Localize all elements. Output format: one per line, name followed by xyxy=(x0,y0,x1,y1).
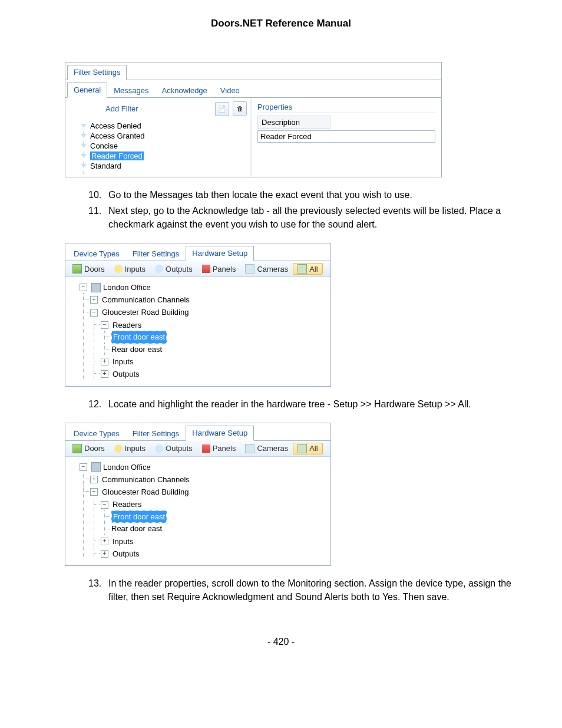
filter-item[interactable]: Concise xyxy=(80,141,247,151)
tree-node[interactable]: −Readers xyxy=(101,319,141,331)
ico-output-icon xyxy=(155,265,163,273)
hardware-panel-1: Device TypesFilter SettingsHardware Setu… xyxy=(65,243,331,387)
toolbar-outputs[interactable]: Outputs xyxy=(150,263,197,275)
filter-list: Access DeniedAccess GrantedConciseReader… xyxy=(80,121,247,171)
step-list-c: 13.In the reader properties, scroll down… xyxy=(35,577,527,604)
tree-node[interactable]: −Gloucester Road Building xyxy=(90,486,189,498)
toolbar-cameras[interactable]: Cameras xyxy=(240,263,293,275)
toolbar-doors[interactable]: Doors xyxy=(68,263,110,275)
ico-cam-icon xyxy=(245,444,254,453)
toolbar-cameras[interactable]: Cameras xyxy=(240,443,293,454)
tree-node[interactable]: −Readers xyxy=(101,499,141,510)
tab-filter-settings[interactable]: Filter Settings xyxy=(67,65,127,80)
funnel-icon xyxy=(81,124,87,128)
tree-node[interactable]: +Inputs xyxy=(101,356,133,368)
expand-icon[interactable]: + xyxy=(90,476,98,483)
tree-node[interactable]: Rear door east xyxy=(111,344,162,355)
ico-panel-icon xyxy=(202,444,210,453)
expand-icon[interactable]: + xyxy=(101,370,108,378)
delete-filter-button[interactable]: 🗑 xyxy=(233,101,247,116)
tree-root[interactable]: −London Office xyxy=(80,282,151,294)
tab-messages[interactable]: Messages xyxy=(107,83,155,98)
tree-node[interactable]: Front door east xyxy=(111,331,167,344)
tab-hardware-setup[interactable]: Hardware Setup xyxy=(186,246,254,261)
inner-tabstrip: GeneralMessagesAcknowledgeVideo xyxy=(65,80,441,98)
ico-input-icon xyxy=(114,444,123,453)
tree-node[interactable]: +Communication Channels xyxy=(90,294,190,306)
tree-node[interactable]: Front door east xyxy=(111,510,167,523)
toolbar-outputs[interactable]: Outputs xyxy=(150,443,197,454)
expand-icon[interactable]: + xyxy=(101,358,108,365)
tree-node[interactable]: +Outputs xyxy=(101,368,140,380)
tab-filter-settings[interactable]: Filter Settings xyxy=(126,246,186,261)
filter-item[interactable]: Reader Forced xyxy=(80,151,247,161)
server-icon xyxy=(91,283,101,292)
tree-root[interactable]: −London Office xyxy=(80,462,151,473)
funnel-icon xyxy=(81,164,87,168)
step-item: 11.Next step, go to the Acknowledge tab … xyxy=(88,204,527,231)
ico-all-icon xyxy=(297,264,307,274)
tab-acknowledge[interactable]: Acknowledge xyxy=(156,83,214,98)
desc-label: Description xyxy=(257,116,330,129)
step-list-a: 10.Go to the Messages tab then locate th… xyxy=(35,188,527,232)
filter-item[interactable]: Access Granted xyxy=(80,131,247,141)
expand-icon[interactable]: + xyxy=(101,550,108,558)
ico-door-icon xyxy=(72,264,82,274)
ico-panel-icon xyxy=(202,265,210,273)
expand-icon[interactable]: − xyxy=(90,488,98,496)
ico-all-icon xyxy=(297,444,307,453)
tree-node[interactable]: +Inputs xyxy=(101,536,133,548)
filter-item[interactable]: Access Denied xyxy=(80,121,247,131)
expand-icon[interactable]: − xyxy=(80,284,87,291)
hardware-panel-2: Device TypesFilter SettingsHardware Setu… xyxy=(65,423,331,566)
toolbar-all[interactable]: All xyxy=(293,443,322,454)
ico-door-icon xyxy=(72,444,82,453)
tree-node[interactable]: +Communication Channels xyxy=(90,474,190,486)
tab-device-types[interactable]: Device Types xyxy=(67,426,126,441)
toolbar-inputs[interactable]: Inputs xyxy=(110,263,150,275)
toolbar-doors[interactable]: Doors xyxy=(68,443,110,454)
filter-settings-panel: Filter Settings GeneralMessagesAcknowled… xyxy=(65,62,442,177)
toolbar-all[interactable]: All xyxy=(293,263,322,275)
properties-header: Properties xyxy=(257,103,435,113)
step-item: 10.Go to the Messages tab then locate th… xyxy=(88,188,527,202)
step-item: 12.Locate and highlight the reader in th… xyxy=(88,397,527,411)
filter-item[interactable]: Standard xyxy=(80,161,247,171)
funnel-icon xyxy=(81,154,87,158)
desc-input[interactable] xyxy=(257,130,435,143)
step-item: 13.In the reader properties, scroll down… xyxy=(88,577,527,604)
page-number: - 420 - xyxy=(35,637,527,647)
tree-node[interactable]: +Outputs xyxy=(101,548,140,560)
ico-input-icon xyxy=(114,265,123,273)
tab-video[interactable]: Video xyxy=(214,83,246,98)
expand-icon[interactable]: − xyxy=(101,501,108,509)
expand-icon[interactable]: − xyxy=(101,321,108,329)
toolbar-panels[interactable]: Panels xyxy=(197,263,241,275)
new-filter-button[interactable]: 📄 xyxy=(215,102,229,116)
window-tabstrip: Filter Settings xyxy=(65,62,441,80)
tree-node[interactable]: −Gloucester Road Building xyxy=(90,307,189,318)
funnel-icon xyxy=(81,134,87,138)
expand-icon[interactable]: + xyxy=(101,538,108,545)
step-list-b: 12.Locate and highlight the reader in th… xyxy=(35,397,527,411)
expand-icon[interactable]: − xyxy=(90,309,98,317)
tab-device-types[interactable]: Device Types xyxy=(67,246,126,261)
server-icon xyxy=(91,462,101,472)
ico-cam-icon xyxy=(245,264,254,274)
tree-node[interactable]: Rear door east xyxy=(111,523,162,535)
toolbar-inputs[interactable]: Inputs xyxy=(110,443,150,454)
tab-hardware-setup[interactable]: Hardware Setup xyxy=(186,426,254,441)
funnel-icon xyxy=(81,144,87,148)
tab-filter-settings[interactable]: Filter Settings xyxy=(126,426,186,441)
page-title: Doors.NET Reference Manual xyxy=(35,18,527,29)
toolbar-panels[interactable]: Panels xyxy=(197,443,241,454)
ico-output-icon xyxy=(155,444,163,453)
expand-icon[interactable]: + xyxy=(90,296,98,304)
expand-icon[interactable]: − xyxy=(80,463,87,471)
add-filter-label: Add Filter xyxy=(105,104,138,113)
tab-general[interactable]: General xyxy=(67,83,107,98)
